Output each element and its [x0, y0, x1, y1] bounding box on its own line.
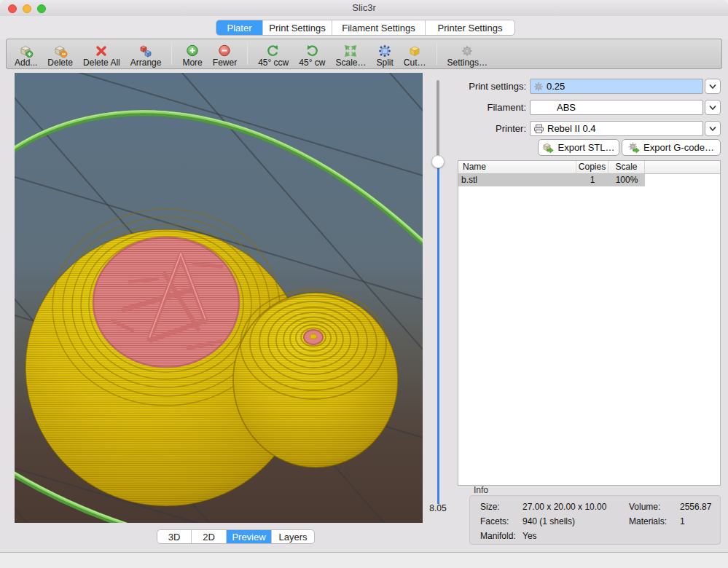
add-box-icon	[19, 44, 34, 58]
more-button[interactable]: More	[177, 39, 207, 68]
materials-value: 1	[680, 515, 720, 529]
titlebar: Slic3r	[0, 0, 728, 16]
filament-combo[interactable]: ABS	[530, 100, 703, 115]
facets-label: Facets:	[480, 515, 522, 529]
info-box: Size: 27.00 x 20.00 x 10.00 Volume: 2556…	[469, 495, 721, 545]
toolbar-separator	[171, 43, 172, 65]
layer-slider-value: 8.05	[425, 503, 451, 513]
chevron-down-icon	[708, 103, 718, 112]
tab-preview[interactable]: Preview	[227, 530, 272, 543]
filament-dropdown-button[interactable]	[705, 100, 721, 115]
delete-all-button[interactable]: Delete All	[78, 39, 125, 68]
gear-icon	[533, 82, 544, 92]
objects-table[interactable]: Name Copies Scale b.stl 1 100%	[458, 160, 721, 486]
window-title: Slic3r	[0, 2, 728, 13]
export-gcode-button[interactable]: Export G-code…	[622, 139, 721, 156]
manifold-label: Manifold:	[480, 529, 522, 544]
slic3r-window: Slic3r Plater Print Settings Filament Se…	[0, 0, 728, 568]
split-handles-icon	[377, 44, 392, 58]
volume-label: Volume:	[629, 500, 680, 515]
chevron-down-icon	[708, 82, 718, 91]
toolbar: Add... Delete Delete All	[6, 39, 722, 69]
tab-layers[interactable]: Layers	[272, 530, 314, 543]
cut-button[interactable]: Cut…	[399, 39, 431, 68]
large-dome-infill	[93, 237, 239, 367]
view-mode-tabs: 3D 2D Preview Layers	[157, 529, 315, 544]
arrange-cubes-icon	[138, 44, 153, 58]
filament-label: Filament:	[446, 100, 526, 115]
print-preview-scene	[15, 73, 423, 523]
print-settings-label: Print settings:	[446, 79, 526, 94]
export-stl-button[interactable]: Export STL…	[538, 139, 619, 156]
tab-printer-settings[interactable]: Printer Settings	[426, 20, 514, 35]
more-plus-icon	[185, 44, 200, 58]
volume-value: 2556.87	[680, 500, 720, 515]
printer-icon	[533, 124, 544, 134]
arrange-button[interactable]: Arrange	[125, 39, 167, 68]
plater-3d-viewport[interactable]	[15, 73, 423, 523]
main-tabstrip: Plater Print Settings Filament Settings …	[0, 16, 728, 39]
layer-slider-thumb[interactable]	[431, 155, 445, 168]
materials-label: Materials:	[629, 515, 680, 529]
delete-button[interactable]: Delete	[42, 39, 78, 68]
export-box-icon	[542, 142, 554, 154]
tab-2d[interactable]: 2D	[192, 530, 227, 543]
rotate-ccw-button[interactable]: 45° ccw	[253, 39, 294, 68]
delete-box-icon	[53, 44, 68, 58]
add-button[interactable]: Add...	[9, 39, 42, 68]
object-copies-cell: 1	[576, 174, 608, 186]
export-gear-icon	[628, 142, 640, 154]
settings-gear-icon	[460, 44, 474, 58]
scale-arrows-icon	[343, 44, 358, 58]
rotate-cw-icon	[305, 44, 319, 58]
layer-slider-track[interactable]	[437, 80, 439, 159]
delete-all-x-icon	[94, 44, 109, 58]
column-header-copies[interactable]: Copies	[576, 161, 608, 173]
size-value: 27.00 x 20.00 x 10.00	[522, 500, 629, 515]
scale-button[interactable]: Scale…	[330, 39, 371, 68]
printer-value: Rebel II 0.4	[547, 123, 596, 134]
objects-table-header: Name Copies Scale	[458, 161, 720, 174]
print-settings-combo[interactable]: 0.25	[530, 79, 703, 94]
size-label: Size:	[480, 500, 522, 515]
chevron-down-icon	[708, 125, 718, 133]
manifold-value: Yes	[522, 529, 629, 544]
window-footer	[0, 552, 728, 568]
printer-label: Printer:	[446, 121, 526, 136]
layer-slider-fill	[437, 167, 439, 504]
column-header-name[interactable]: Name	[458, 161, 576, 173]
split-button[interactable]: Split	[371, 39, 398, 68]
print-settings-value: 0.25	[547, 81, 565, 92]
column-header-scale[interactable]: Scale	[608, 161, 645, 173]
tab-print-settings[interactable]: Print Settings	[263, 20, 332, 35]
fewer-button[interactable]: Fewer	[208, 39, 242, 68]
toolbar-separator	[247, 43, 248, 65]
object-scale-cell: 100%	[608, 174, 645, 186]
table-row[interactable]: b.stl 1 100%	[458, 174, 720, 186]
tab-filament-settings[interactable]: Filament Settings	[332, 20, 426, 35]
settings-button[interactable]: Settings…	[442, 39, 493, 68]
cut-box-icon	[407, 44, 422, 58]
printer-combo[interactable]: Rebel II 0.4	[530, 121, 703, 136]
tab-3d[interactable]: 3D	[157, 530, 192, 543]
small-dome-infill	[304, 330, 323, 344]
filament-value: ABS	[531, 102, 576, 113]
printer-dropdown-button[interactable]	[705, 121, 721, 136]
rotate-ccw-icon	[266, 44, 281, 58]
facets-value: 940 (1 shells)	[522, 515, 629, 529]
print-settings-dropdown-button[interactable]	[705, 79, 721, 94]
tab-plater[interactable]: Plater	[216, 20, 263, 35]
rotate-cw-button[interactable]: 45° cw	[294, 39, 330, 68]
fewer-minus-icon	[217, 44, 232, 58]
info-section-title: Info	[474, 485, 488, 495]
object-name-cell: b.stl	[458, 174, 576, 186]
toolbar-separator	[437, 43, 437, 65]
